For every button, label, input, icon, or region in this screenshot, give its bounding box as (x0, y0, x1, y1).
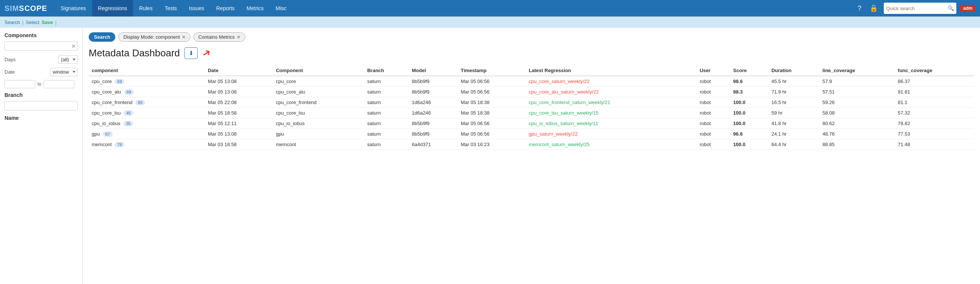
cell-line-coverage: 57.9 (819, 76, 895, 87)
cell-date: Mar 05 12:11 (205, 118, 273, 129)
logo: SIMSCOPE (5, 4, 47, 13)
cell-line-coverage: 59.26 (819, 97, 895, 108)
cell-component-name: cpu_core_lsu 45 (89, 108, 205, 118)
sidebar-clear-button[interactable]: ✕ (70, 43, 77, 49)
nav-regressions[interactable]: Regressions (92, 0, 134, 16)
cell-line-coverage: 57.51 (819, 87, 895, 97)
lock-icon-button[interactable]: 🔒 (867, 3, 880, 14)
nav-right: ? 🔒 🔍 adm (855, 3, 975, 14)
cell-comp: gpu (273, 129, 364, 140)
regression-link[interactable]: cpu_core_lsu_saturn_weekly/15 (529, 110, 598, 116)
cell-date: Mar 05 18:58 (205, 108, 273, 118)
sidebar-date-field: Date window (5, 68, 78, 76)
cell-latest-regression[interactable]: cpu_core_frontend_saturn_weekly/21 (526, 97, 697, 108)
cell-latest-regression[interactable]: cpu_core_saturn_weekly/22 (526, 76, 697, 87)
col-user: User (697, 65, 730, 76)
table-header-row: component Date Component Branch Model Ti… (89, 65, 974, 76)
cell-user: robot (697, 129, 730, 140)
chip-contains-metrics-label: Contains Metrics (199, 34, 235, 40)
table-row: memcont 78 Mar 03 18:58 memcont saturn 6… (89, 140, 974, 150)
cell-latest-regression[interactable]: gpu_saturn_weekly/22 (526, 129, 697, 140)
regression-link[interactable]: cpu_core_alu_saturn_weekly/22 (529, 89, 598, 95)
regression-link[interactable]: gpu_saturn_weekly/22 (529, 131, 578, 137)
nav-tests[interactable]: Tests (159, 0, 183, 16)
table-body: cpu_core 69 Mar 05 13:08 cpu_core saturn… (89, 76, 974, 150)
cell-score: 100.0 (730, 108, 768, 118)
regression-link[interactable]: cpu_io_iobus_saturn_weekly/11 (529, 121, 598, 126)
sidebar-branch-title: Branch (5, 92, 78, 98)
sidebar-components-title: Components (5, 32, 78, 38)
cell-model: 1d6a246 (409, 97, 458, 108)
cell-func-coverage: 77.53 (895, 129, 974, 140)
sidebar-date-from-input[interactable] (5, 80, 35, 88)
nav-rules[interactable]: Rules (133, 0, 159, 16)
nav-issues[interactable]: Issues (183, 0, 210, 16)
cell-model: 8b5b9f9 (409, 129, 458, 140)
cell-latest-regression[interactable]: cpu_core_lsu_saturn_weekly/15 (526, 108, 697, 118)
download-button[interactable]: ⬇ (185, 47, 198, 59)
regression-link[interactable]: cpu_core_saturn_weekly/22 (529, 79, 590, 84)
nav-links: Signatures Regressions Rules Tests Issue… (55, 0, 856, 16)
tab-chip-display-mode[interactable]: Display Mode: component ✕ (118, 32, 190, 42)
logo-scope: SCOPE (19, 4, 47, 13)
cell-func-coverage: 81.1 (895, 97, 974, 108)
cell-func-coverage: 71.48 (895, 140, 974, 150)
table-row: cpu_core_frontend 65 Mar 05 22:08 cpu_co… (89, 97, 974, 108)
cell-branch: saturn (364, 87, 409, 97)
cell-func-coverage: 91.81 (895, 87, 974, 97)
cell-latest-regression[interactable]: memcont_saturn_weekly/25 (526, 140, 697, 150)
col-date: Date (205, 65, 273, 76)
cell-component-name: gpu 67 (89, 129, 205, 140)
help-icon-button[interactable]: ? (855, 3, 864, 14)
table-row: cpu_core_alu 69 Mar 05 13:08 cpu_core_al… (89, 87, 974, 97)
cell-func-coverage: 86.37 (895, 76, 974, 87)
tab-search[interactable]: Search (89, 32, 115, 42)
cell-date: Mar 05 13:08 (205, 76, 273, 87)
nav-reports[interactable]: Reports (210, 0, 240, 16)
nav-metrics[interactable]: Metrics (240, 0, 269, 16)
sidebar-date-label: Date (5, 69, 19, 75)
cell-func-coverage: 57.32 (895, 108, 974, 118)
cell-comp: cpu_core_frontend (273, 97, 364, 108)
cell-timestamp: Mar 03 16:23 (458, 140, 526, 150)
regression-link[interactable]: cpu_core_frontend_saturn_weekly/21 (529, 100, 610, 105)
sidebar-date-to-input[interactable] (44, 80, 75, 88)
cell-user: robot (697, 140, 730, 150)
sidebar-date-select[interactable]: window (50, 68, 78, 76)
cell-timestamp: Mar 05 18:38 (458, 108, 526, 118)
col-line-coverage: line_coverage (819, 65, 895, 76)
sidebar-branch-wrap (5, 101, 78, 110)
cell-model: 8b5b9f9 (409, 76, 458, 87)
chip-display-mode-close[interactable]: ✕ (182, 35, 186, 40)
cell-comp: cpu_core_alu (273, 87, 364, 97)
admin-badge: adm (960, 5, 975, 12)
cell-user: robot (697, 118, 730, 129)
table-row: gpu 67 Mar 05 13:08 gpu saturn 8b5b9f9 M… (89, 129, 974, 140)
nav-misc[interactable]: Misc (269, 0, 292, 16)
regression-link[interactable]: memcont_saturn_weekly/25 (529, 142, 590, 147)
nav-signatures[interactable]: Signatures (55, 0, 92, 16)
sidebar-branch-input[interactable] (5, 102, 77, 110)
cell-model: 1d6a246 (409, 108, 458, 118)
cell-latest-regression[interactable]: cpu_core_alu_saturn_weekly/22 (526, 87, 697, 97)
sidebar-days-select[interactable]: (all) (58, 55, 78, 64)
sec-nav-select[interactable]: Select (26, 19, 40, 25)
cell-branch: saturn (364, 140, 409, 150)
sec-nav-save[interactable]: Save (42, 19, 53, 25)
cell-component-name: cpu_io_iobus 35 (89, 118, 205, 129)
cell-component-name: cpu_core_frontend 65 (89, 97, 205, 108)
cell-comp: cpu_core (273, 76, 364, 87)
count-badge: 78 (115, 142, 124, 147)
quick-search-button[interactable]: 🔍 (948, 5, 954, 11)
col-branch: Branch (364, 65, 409, 76)
col-timestamp: Timestamp (458, 65, 526, 76)
chip-contains-metrics-close[interactable]: ✕ (237, 35, 240, 40)
cell-latest-regression[interactable]: cpu_io_iobus_saturn_weekly/11 (526, 118, 697, 129)
sidebar-components-input[interactable] (5, 42, 70, 50)
tab-chip-contains-metrics[interactable]: Contains Metrics ✕ (194, 32, 245, 42)
page-header: Metadata Dashboard ⬇ ➜ (89, 47, 974, 59)
quick-search-input[interactable] (886, 6, 946, 11)
sec-nav-search[interactable]: Search (5, 19, 20, 25)
cell-line-coverage: 88.85 (819, 140, 895, 150)
col-comp: Component (273, 65, 364, 76)
